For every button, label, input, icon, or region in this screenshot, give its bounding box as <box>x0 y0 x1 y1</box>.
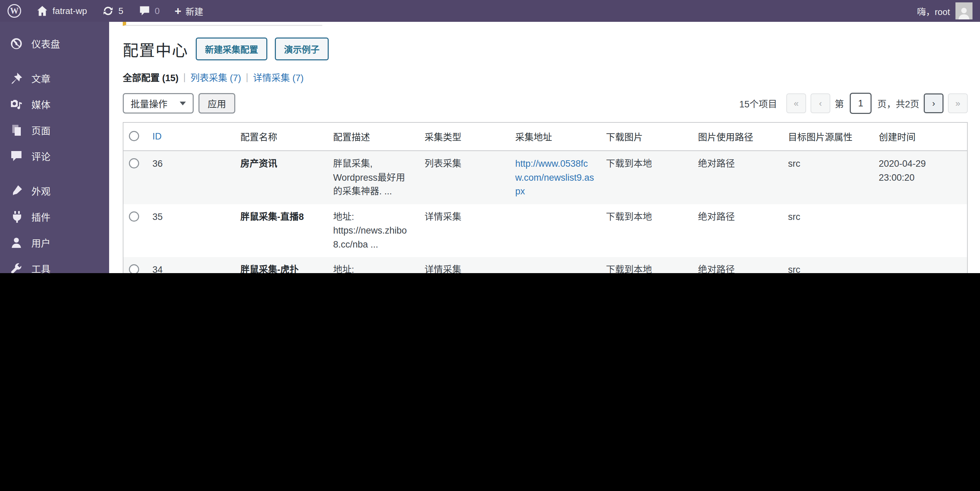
new-content-menu[interactable]: + 新建 <box>167 0 211 22</box>
cell-attr: src <box>783 204 873 257</box>
comment-icon <box>138 5 151 17</box>
page-prefix-label: 第 <box>835 97 844 110</box>
filter-link-0[interactable]: 全部配置 (15) <box>123 71 179 84</box>
user-greeting[interactable]: 嗨，root <box>917 5 950 17</box>
cell-id: 35 <box>147 204 235 257</box>
cell-path: 绝对路径 <box>692 257 783 273</box>
table-row: 36房产资讯胖鼠采集, Wordpress最好用 的采集神器. ...列表采集h… <box>123 151 967 204</box>
config-table: ID 配置名称 配置描述 采集类型 采集地址 下载图片 图片使用路径 目标图片源… <box>123 122 968 273</box>
wordpress-logo-menu[interactable]: W <box>0 0 29 22</box>
cell-download: 下载到本地 <box>600 151 692 204</box>
cell-url <box>510 204 600 257</box>
filter-link-2[interactable]: 详情采集 (7) <box>253 71 304 84</box>
column-header-desc: 配置描述 <box>328 122 419 151</box>
last-page-button[interactable]: » <box>948 94 968 113</box>
id-sort-link[interactable]: ID <box>153 131 162 141</box>
sidebar-item-media[interactable]: 媒体 <box>0 91 109 117</box>
plus-icon: + <box>175 5 181 18</box>
sidebar-item-pushpin[interactable]: 文章 <box>0 65 109 91</box>
row-checkbox[interactable] <box>129 264 139 273</box>
update-icon <box>102 5 114 17</box>
sidebar-item-brush[interactable]: 外观 <box>0 178 109 204</box>
cell-type: 详情采集 <box>419 204 510 257</box>
new-content-label: 新建 <box>186 5 203 17</box>
bulk-action-label: 批量操作 <box>130 97 167 110</box>
filter-links: 全部配置 (15)|列表采集 (7)|详情采集 (7) <box>123 71 968 84</box>
table-row: 34胖鼠采集-虎扑地址: https://voice.hupu. com/spo… <box>123 257 967 273</box>
demo-examples-button[interactable]: 演示例子 <box>275 38 329 60</box>
main-content: 配置中心 新建采集配置 演示例子 全部配置 (15)|列表采集 (7)|详情采集… <box>123 22 968 273</box>
cell-attr: src <box>783 151 873 204</box>
cell-id: 34 <box>147 257 235 273</box>
wrench-icon <box>10 262 23 273</box>
cell-path: 绝对路径 <box>692 204 783 257</box>
next-page-button[interactable]: › <box>924 94 943 113</box>
plug-icon <box>10 210 23 224</box>
sidebar-item-label: 用户 <box>31 236 51 249</box>
new-config-button[interactable]: 新建采集配置 <box>196 38 267 60</box>
table-row: 35胖鼠采集-直播8地址: https://news.zhibo 8.cc/nb… <box>123 204 967 257</box>
home-icon <box>36 5 48 17</box>
sidebar-item-wrench[interactable]: 工具 <box>0 256 109 273</box>
items-count: 15个项目 <box>739 97 777 110</box>
first-page-button: « <box>786 94 806 113</box>
cell-download: 下载到本地 <box>600 257 692 273</box>
page-suffix-label: 页，共2页 <box>877 97 919 110</box>
bulk-action-select[interactable]: 批量操作 <box>123 93 194 114</box>
sidebar-item-label: 仪表盘 <box>31 37 60 51</box>
filter-separator: | <box>246 72 248 83</box>
column-header-name: 配置名称 <box>235 122 328 151</box>
brush-icon <box>10 184 23 198</box>
scrolled-notice-remnant <box>123 22 322 26</box>
updates-menu[interactable]: 5 <box>94 0 130 22</box>
comments-count: 0 <box>155 6 159 16</box>
row-checkbox[interactable] <box>129 211 139 222</box>
sidebar-item-label: 页面 <box>31 124 51 137</box>
row-checkbox[interactable] <box>129 158 139 168</box>
page-title: 配置中心 <box>123 38 188 60</box>
cell-desc: 胖鼠采集, Wordpress最好用 的采集神器. ... <box>328 151 419 204</box>
cell-name: 胖鼠采集-虎扑 <box>235 257 328 273</box>
sidebar-item-label: 工具 <box>31 262 51 273</box>
cell-download: 下载到本地 <box>600 204 692 257</box>
screen: W fatrat-wp 5 0 + 新建 嗨，root <box>0 0 980 273</box>
cell-attr: src <box>783 257 873 273</box>
sidebar-item-label: 插件 <box>31 210 51 224</box>
sidebar-item-label: 外观 <box>31 184 51 198</box>
comment-icon <box>10 149 23 163</box>
chevron-down-icon <box>180 102 186 105</box>
sidebar-item-label: 评论 <box>31 149 51 163</box>
column-header-download: 下载图片 <box>600 122 692 151</box>
sidebar-item-pages[interactable]: 页面 <box>0 117 109 143</box>
column-header-attr: 目标图片源属性 <box>783 122 873 151</box>
site-name-menu[interactable]: fatrat-wp <box>29 0 94 22</box>
column-header-url: 采集地址 <box>510 122 600 151</box>
cell-created: 2020-04-29 23:00:20 <box>873 151 967 204</box>
sidebar-item-label: 媒体 <box>31 97 51 111</box>
select-all-checkbox[interactable] <box>129 131 139 141</box>
cell-path: 绝对路径 <box>692 151 783 204</box>
sidebar-item-user[interactable]: 用户 <box>0 230 109 256</box>
column-header-id: ID <box>147 122 235 151</box>
pushpin-icon <box>10 72 23 85</box>
sidebar-item-plug[interactable]: 插件 <box>0 204 109 230</box>
cell-name: 房产资讯 <box>235 151 328 204</box>
column-header-path: 图片使用路径 <box>692 122 783 151</box>
sidebar-item-label: 文章 <box>31 72 51 85</box>
sidebar-item-gauge[interactable]: 仪表盘 <box>0 31 109 57</box>
avatar[interactable] <box>955 2 972 19</box>
pagination: 15个项目 « ‹ 第 页，共2页 › » <box>739 93 968 114</box>
wordpress-logo-icon: W <box>8 4 21 18</box>
comments-menu[interactable]: 0 <box>131 0 167 22</box>
sidebar-item-comment[interactable]: 评论 <box>0 143 109 169</box>
cell-desc: 地址: https://news.zhibo 8.cc/nba ... <box>328 204 419 257</box>
site-name-label: fatrat-wp <box>52 6 87 16</box>
filter-link-1[interactable]: 列表采集 (7) <box>191 71 242 84</box>
cell-url: http://www.0538fc w.com/newslist9.as px <box>510 151 600 204</box>
collect-url-link[interactable]: http://www.0538fc w.com/newslist9.as px <box>515 159 594 196</box>
apply-button[interactable]: 应用 <box>199 93 235 114</box>
current-page-input[interactable] <box>850 93 872 114</box>
admin-bar: W fatrat-wp 5 0 + 新建 嗨，root <box>0 0 980 22</box>
prev-page-button: ‹ <box>811 94 830 113</box>
cell-created <box>873 257 967 273</box>
